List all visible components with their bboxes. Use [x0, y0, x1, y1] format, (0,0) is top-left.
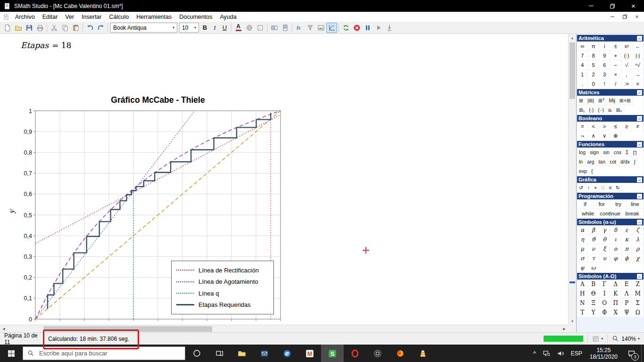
palette-button-simbolos[interactable]: Υ	[588, 308, 599, 317]
palette-button-aritmetica[interactable]: 7	[577, 51, 588, 60]
palette-button-funciones[interactable]: sign	[588, 148, 601, 157]
palette-button-aritmetica[interactable]: −	[610, 60, 621, 70]
palette-button-aritmetica[interactable]: ,	[621, 70, 632, 79]
palette-button-grafica[interactable]: ∷	[599, 183, 607, 192]
palette-button-aritmetica[interactable]: 2	[588, 70, 599, 79]
palette-button-booleano[interactable]: ∨	[599, 131, 610, 140]
insert-plot-button[interactable]	[326, 23, 337, 33]
palette-button-simbolos[interactable]: Ο	[599, 298, 610, 308]
palette-button-aritmetica[interactable]: ±	[610, 41, 621, 51]
edge-button[interactable]	[276, 345, 298, 362]
palette-button-simbolos[interactable]: ο	[610, 244, 621, 254]
run-button[interactable]	[373, 23, 384, 33]
palette-button-aritmetica[interactable]: +	[610, 51, 621, 60]
panel-header-aritmetica[interactable]: Aritmética−	[577, 35, 644, 41]
palette-button-funciones[interactable]: cot	[608, 157, 619, 166]
palette-button-aritmetica[interactable]: →	[632, 70, 643, 79]
palette-button-booleano[interactable]: ∧	[588, 131, 599, 140]
volume-button[interactable]	[553, 345, 568, 362]
palette-button-funciones[interactable]: Σ	[624, 148, 631, 157]
bold-button[interactable]: B	[200, 23, 210, 33]
panel-header-matrices[interactable]: Matrices−	[577, 89, 644, 96]
palette-button-simbolos[interactable]: ι	[610, 235, 621, 244]
palette-button-booleano[interactable]: ⊕	[610, 131, 621, 140]
palette-button-simbolos[interactable]: Α	[577, 280, 588, 289]
palette-button-funciones[interactable]: ∫	[632, 157, 638, 166]
palette-button-simbolos[interactable]: ρ	[632, 244, 643, 254]
file-explorer-button[interactable]	[231, 345, 253, 362]
collapse-icon[interactable]: −	[637, 116, 642, 121]
palette-button-simbolos[interactable]: μ	[577, 244, 588, 254]
minimize-button[interactable]	[580, 0, 602, 12]
palette-button-aritmetica[interactable]: 3	[599, 70, 610, 79]
collapse-icon[interactable]: −	[637, 274, 642, 279]
palette-button-booleano[interactable]: ¬	[577, 131, 588, 140]
action-center-button[interactable]: 3	[622, 345, 641, 362]
cortana-button[interactable]	[185, 345, 208, 362]
palette-button-simbolos[interactable]: Χ	[610, 308, 621, 317]
panel-header-funciones[interactable]: Funciones−	[577, 141, 644, 148]
palette-button-funciones[interactable]: sin	[601, 148, 611, 157]
palette-button-aritmetica[interactable]: ⁿ√	[632, 60, 643, 70]
mccabe-thiele-chart[interactable]: Gráfico McCabe - Thiele y 10,90,80,70,60…	[7, 95, 290, 325]
cut-button[interactable]	[49, 23, 59, 33]
palette-button-aritmetica[interactable]: .	[577, 79, 588, 89]
palette-button-matrices[interactable]: ⊞ₓ	[614, 105, 624, 115]
palette-button-matrices[interactable]: ⊞₁	[577, 105, 587, 115]
palette-button-aritmetica[interactable]: 1	[577, 70, 588, 79]
palette-button-simbolos[interactable]: ψ	[577, 263, 588, 272]
palette-button-simbolos[interactable]: Φ	[599, 308, 610, 317]
menu-item-editar[interactable]: Editar	[39, 13, 62, 21]
palette-button-simbolos[interactable]: π	[621, 244, 632, 254]
palette-button-aritmetica[interactable]: 9	[599, 51, 610, 60]
palette-button-simbolos[interactable]: ϕ	[621, 254, 632, 263]
palette-button-aritmetica[interactable]: |∙|	[632, 51, 643, 60]
document-minimize-button[interactable]	[608, 13, 617, 20]
palette-button-simbolos[interactable]: ϑ	[588, 235, 599, 244]
palette-button-aritmetica[interactable]: i	[599, 41, 610, 51]
palette-button-simbolos[interactable]: ε	[621, 225, 632, 235]
palette-button-matrices[interactable]: Mij	[607, 96, 617, 105]
palette-button-booleano[interactable]: =	[577, 122, 588, 131]
palette-button-matrices[interactable]: (∙∙)	[596, 105, 606, 115]
palette-button-funciones[interactable]: d/dx	[619, 157, 632, 166]
horizontal-scroll-thumb[interactable]	[43, 326, 212, 332]
opera-button[interactable]	[344, 345, 366, 362]
menu-item-documentos[interactable]: Documentos	[175, 13, 216, 21]
palette-button-aritmetica[interactable]: 0	[588, 79, 599, 89]
panel-header-grafica[interactable]: Gráfica−	[577, 176, 644, 183]
collapse-icon[interactable]: −	[637, 90, 642, 95]
collapse-icon[interactable]: −	[637, 142, 642, 147]
dynamic-assistance-button[interactable]	[244, 23, 255, 33]
panel-header-simbolos[interactable]: Símbolos (α-ω)−	[577, 219, 644, 225]
palette-button-simbolos[interactable]: θ	[599, 235, 610, 244]
menu-item-archivo[interactable]: Archivo	[11, 13, 39, 21]
panel-header-simbolos[interactable]: Símbolos (Α-Ω)−	[577, 273, 644, 280]
align-vertical-button[interactable]	[280, 23, 290, 33]
show-desktop-button[interactable]	[641, 345, 644, 362]
palette-button-simbolos[interactable]: φ	[610, 254, 621, 263]
palette-button-aritmetica[interactable]: =	[632, 79, 643, 89]
menu-item-herramientas[interactable]: Herramientas	[132, 13, 175, 21]
palette-button-simbolos[interactable]: Θ	[588, 289, 599, 298]
scroll-right-button[interactable]: ▶	[561, 325, 568, 333]
palette-button-programacion[interactable]: if	[577, 199, 594, 209]
palette-button-simbolos[interactable]: τ	[588, 254, 599, 263]
palette-button-booleano[interactable]: ≤	[610, 122, 621, 131]
palette-button-aritmetica[interactable]: (∙)	[621, 51, 632, 60]
palette-button-simbolos[interactable]: β	[588, 225, 599, 235]
palette-button-aritmetica[interactable]: 5	[588, 60, 599, 70]
palette-button-simbolos[interactable]: Ι	[599, 289, 610, 298]
view-mode-button[interactable]: ▾	[588, 333, 607, 345]
debug-step-button[interactable]	[384, 23, 395, 33]
document-restore-button[interactable]	[620, 13, 629, 20]
italic-button[interactable]: I	[210, 23, 220, 33]
palette-button-simbolos[interactable]: η	[577, 235, 588, 244]
document-close-button[interactable]: ×	[632, 13, 642, 20]
align-horizontal-button[interactable]	[269, 23, 280, 33]
palette-button-aritmetica[interactable]: 8	[588, 51, 599, 60]
palette-button-simbolos[interactable]: Γ	[599, 280, 610, 289]
menu-item-insertar[interactable]: Insertar	[78, 13, 105, 21]
palette-button-simbolos[interactable]: Ζ	[632, 280, 643, 289]
interrupt-button[interactable]	[351, 23, 362, 33]
